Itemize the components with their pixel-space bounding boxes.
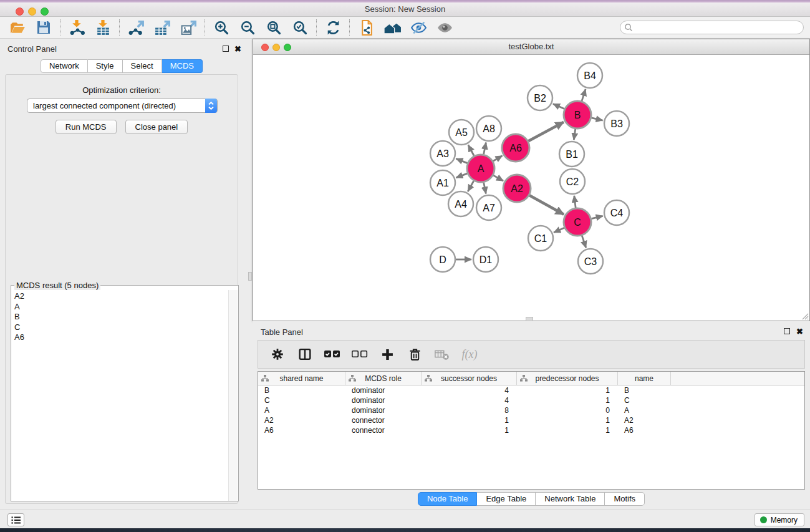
cell-predecessor-nodes[interactable]: 1 bbox=[517, 425, 618, 435]
splitter-handle-left[interactable] bbox=[248, 272, 252, 281]
cell-MCDS-role[interactable]: connector bbox=[345, 415, 422, 425]
column-header-shared-name[interactable]: shared name bbox=[258, 372, 345, 385]
graph-node-A1[interactable]: A1 bbox=[430, 170, 455, 195]
refresh-button[interactable] bbox=[322, 18, 344, 37]
cell-shared-name[interactable]: A bbox=[258, 405, 345, 415]
graph-node-A5[interactable]: A5 bbox=[449, 120, 474, 145]
graph-edge-C-C1[interactable] bbox=[554, 228, 564, 232]
cell-predecessor-nodes[interactable]: 1 bbox=[517, 395, 618, 405]
float-table-panel-icon[interactable] bbox=[784, 328, 790, 334]
zoom-selected-button[interactable] bbox=[289, 18, 311, 37]
import-table-button[interactable] bbox=[92, 18, 114, 37]
zoom-fit-button[interactable] bbox=[263, 18, 285, 37]
graph-node-B4[interactable]: B4 bbox=[577, 63, 602, 88]
cell-shared-name[interactable]: A2 bbox=[258, 415, 345, 425]
result-item[interactable]: A2 bbox=[14, 291, 229, 302]
result-item[interactable]: C bbox=[14, 322, 229, 333]
graph-node-B1[interactable]: B1 bbox=[559, 142, 584, 167]
tab-network[interactable]: Network bbox=[41, 59, 88, 73]
deselect-all-button[interactable] bbox=[350, 345, 369, 364]
cell-successor-nodes[interactable]: 4 bbox=[422, 395, 517, 405]
zoom-out-button[interactable] bbox=[236, 18, 259, 37]
result-item[interactable]: B bbox=[14, 312, 229, 322]
graph-node-A2[interactable]: A2 bbox=[503, 175, 531, 202]
graph-edge-A-A1[interactable] bbox=[456, 173, 468, 178]
mcds-result-list[interactable]: A2ABCA6 bbox=[12, 290, 229, 501]
tab-style[interactable]: Style bbox=[88, 59, 123, 73]
graph-edge-A-A5[interactable] bbox=[468, 145, 474, 155]
cell-successor-nodes[interactable]: 1 bbox=[422, 425, 517, 435]
cell-predecessor-nodes[interactable]: 1 bbox=[517, 385, 618, 395]
memory-button[interactable]: Memory bbox=[755, 513, 804, 526]
cell-name[interactable]: A6 bbox=[618, 425, 671, 435]
column-header-MCDS-role[interactable]: MCDS role bbox=[345, 372, 422, 385]
network-minimize-button[interactable] bbox=[272, 44, 280, 51]
graph-node-C1[interactable]: C1 bbox=[528, 226, 553, 251]
tab-edge-table[interactable]: Edge Table bbox=[477, 492, 536, 506]
graph-edge-A6-B[interactable] bbox=[528, 122, 564, 141]
graph-node-C3[interactable]: C3 bbox=[578, 249, 603, 274]
save-session-button[interactable] bbox=[32, 18, 55, 37]
cell-shared-name[interactable]: B bbox=[258, 385, 345, 395]
show-graphics-button[interactable] bbox=[433, 18, 456, 37]
graph-edge-B-B3[interactable] bbox=[591, 118, 602, 120]
graph-edge-A-A6[interactable] bbox=[493, 156, 503, 162]
add-column-button[interactable] bbox=[378, 345, 397, 364]
criterion-dropdown[interactable]: largest connected component (directed) bbox=[27, 99, 218, 113]
cell-MCDS-role[interactable]: dominator bbox=[345, 395, 422, 405]
network-close-button[interactable] bbox=[261, 44, 269, 51]
graph-edge-A-A8[interactable] bbox=[484, 143, 486, 155]
import-network-button[interactable] bbox=[65, 18, 88, 37]
open-file-button[interactable] bbox=[6, 18, 29, 37]
tab-motifs[interactable]: Motifs bbox=[605, 492, 645, 506]
open-session-file-button[interactable] bbox=[355, 18, 377, 37]
graph-node-A8[interactable]: A8 bbox=[476, 116, 501, 141]
network-graph[interactable]: B4B2BB3A5A8A6A3B1AA1C2A2A4A7C4CC1C3DD1 bbox=[253, 55, 809, 321]
graph-node-C2[interactable]: C2 bbox=[560, 169, 585, 194]
splitter-handle-bottom[interactable] bbox=[526, 317, 533, 321]
result-item[interactable]: A bbox=[14, 302, 229, 312]
tab-mcds[interactable]: MCDS bbox=[162, 59, 203, 73]
search-input[interactable] bbox=[620, 21, 804, 34]
graph-node-A[interactable]: A bbox=[467, 155, 494, 182]
graph-edge-C-C2[interactable] bbox=[574, 196, 576, 208]
column-header-name[interactable]: name bbox=[618, 372, 671, 385]
tab-network-table[interactable]: Network Table bbox=[536, 492, 605, 506]
table-row-A[interactable]: Adominator80A bbox=[258, 405, 804, 415]
graph-edge-A-A7[interactable] bbox=[484, 183, 486, 194]
tab-node-table[interactable]: Node Table bbox=[418, 492, 478, 506]
graph-node-A3[interactable]: A3 bbox=[430, 141, 455, 166]
delete-column-button[interactable] bbox=[405, 345, 424, 364]
graph-edge-A-A2[interactable] bbox=[493, 175, 503, 181]
network-zoom-button[interactable] bbox=[284, 44, 291, 51]
column-view-button[interactable] bbox=[296, 345, 314, 364]
graph-edge-C-C3[interactable] bbox=[582, 236, 586, 248]
cell-predecessor-nodes[interactable]: 0 bbox=[517, 405, 618, 415]
float-panel-icon[interactable] bbox=[223, 46, 229, 52]
minimize-window-button[interactable] bbox=[28, 7, 36, 16]
cell-successor-nodes[interactable]: 8 bbox=[422, 405, 517, 415]
cell-name[interactable]: B bbox=[618, 385, 671, 395]
graph-edge-C-C4[interactable] bbox=[591, 216, 602, 218]
export-network-button[interactable] bbox=[125, 18, 147, 37]
table-row-B[interactable]: Bdominator41B bbox=[258, 385, 804, 395]
column-header-successor-nodes[interactable]: successor nodes bbox=[422, 372, 517, 385]
graph-edge-B-B4[interactable] bbox=[582, 89, 586, 101]
graph-edge-B-B2[interactable] bbox=[553, 104, 564, 109]
select-all-button[interactable] bbox=[323, 345, 342, 364]
task-history-button[interactable] bbox=[7, 513, 24, 526]
result-scrollbar[interactable] bbox=[228, 290, 238, 501]
graph-edge-B-B1[interactable] bbox=[574, 129, 575, 140]
table-settings-button[interactable] bbox=[268, 345, 287, 364]
home-button[interactable] bbox=[381, 18, 403, 37]
graph-edge-A2-C[interactable] bbox=[529, 195, 564, 215]
cell-predecessor-nodes[interactable]: 1 bbox=[517, 415, 618, 425]
column-header-predecessor-nodes[interactable]: predecessor nodes bbox=[517, 372, 618, 385]
cell-name[interactable]: C bbox=[618, 395, 671, 405]
graph-node-C4[interactable]: C4 bbox=[604, 200, 629, 225]
network-canvas[interactable]: B4B2BB3A5A8A6A3B1AA1C2A2A4A7C4CC1C3DD1 bbox=[253, 55, 809, 321]
zoom-window-button[interactable] bbox=[41, 7, 49, 16]
graph-node-C[interactable]: C bbox=[564, 208, 591, 236]
graph-node-A4[interactable]: A4 bbox=[448, 191, 473, 216]
cell-successor-nodes[interactable]: 1 bbox=[422, 415, 517, 425]
